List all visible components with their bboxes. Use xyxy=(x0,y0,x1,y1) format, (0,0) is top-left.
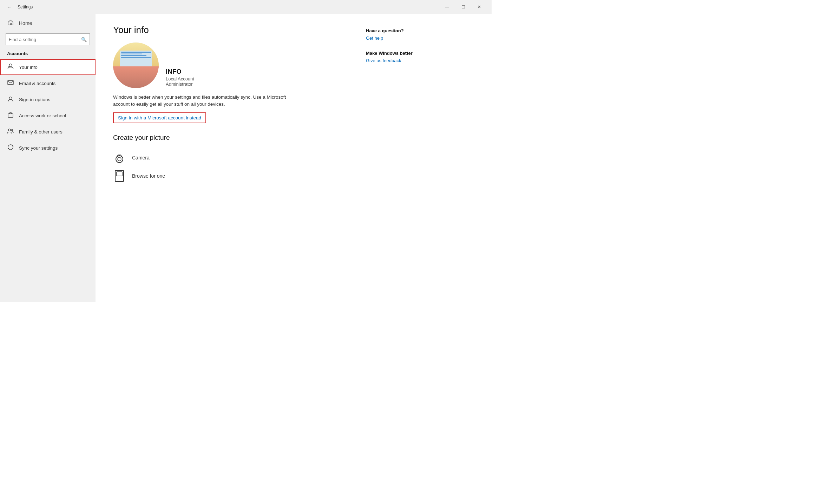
sidebar-item-sign-in-options[interactable]: Sign-in options xyxy=(0,91,96,107)
signin-icon xyxy=(7,95,14,104)
sidebar-item-family-other-users[interactable]: Family & other users xyxy=(0,124,96,140)
home-label: Home xyxy=(19,20,32,26)
sidebar: Home 🔍 Accounts Your info xyxy=(0,14,96,302)
email-icon xyxy=(7,79,14,87)
sync-icon xyxy=(7,144,14,152)
sidebar-home-button[interactable]: Home xyxy=(0,14,96,32)
create-picture-title: Create your picture xyxy=(113,134,352,142)
main-layout: Home 🔍 Accounts Your info xyxy=(0,14,492,302)
camera-option[interactable]: Camera xyxy=(113,149,352,167)
user-info: INFO Local Account Administrator xyxy=(166,68,194,88)
sign-in-microsoft-link[interactable]: Sign in with a Microsoft account instead xyxy=(113,112,206,123)
avatar xyxy=(113,42,159,88)
browse-label: Browse for one xyxy=(132,173,165,179)
browse-option[interactable]: Browse for one xyxy=(113,167,352,185)
page-title: Your info xyxy=(113,25,352,35)
sidebar-item-label: Email & accounts xyxy=(19,81,55,86)
avatar-area: INFO Local Account Administrator xyxy=(113,42,352,88)
window-controls: — ☐ ✕ xyxy=(439,0,487,14)
help-improve-section: Make Windows better Give us feedback xyxy=(366,51,450,63)
svg-point-5 xyxy=(8,129,11,131)
content-area: Your info INFO Local Account Adm xyxy=(96,14,492,302)
user-account-type: Local Account xyxy=(166,76,194,81)
sidebar-item-email-accounts[interactable]: Email & accounts xyxy=(0,75,96,91)
sidebar-item-label: Sign-in options xyxy=(19,97,50,102)
sidebar-item-label: Your info xyxy=(19,65,38,70)
svg-point-3 xyxy=(9,97,12,100)
avatar-bar-3 xyxy=(121,55,146,56)
help-question-heading: Have a question? xyxy=(366,28,450,33)
avatar-bottom xyxy=(113,66,159,88)
briefcase-icon xyxy=(7,111,14,120)
sidebar-item-label: Access work or school xyxy=(19,113,66,118)
titlebar: ← Settings — ☐ ✕ xyxy=(0,0,492,14)
sidebar-item-label: Sync your settings xyxy=(19,145,58,151)
sidebar-item-access-work-school[interactable]: Access work or school xyxy=(0,107,96,124)
content-sidebar: Have a question? Get help Make Windows b… xyxy=(366,25,450,292)
camera-icon xyxy=(113,151,126,164)
close-button[interactable]: ✕ xyxy=(471,0,487,14)
titlebar-title: Settings xyxy=(18,5,439,9)
search-input[interactable] xyxy=(9,37,81,42)
make-windows-better-heading: Make Windows better xyxy=(366,51,450,56)
content-main: Your info INFO Local Account Adm xyxy=(113,25,352,292)
svg-point-8 xyxy=(118,157,121,161)
svg-rect-12 xyxy=(117,172,122,176)
search-box: 🔍 xyxy=(6,33,90,45)
svg-point-7 xyxy=(116,156,123,163)
sidebar-item-sync-settings[interactable]: Sync your settings xyxy=(0,140,96,156)
sidebar-item-label: Family & other users xyxy=(19,129,63,135)
avatar-bar-2 xyxy=(121,53,142,54)
get-help-link[interactable]: Get help xyxy=(366,35,450,41)
user-role: Administrator xyxy=(166,81,194,87)
give-feedback-link[interactable]: Give us feedback xyxy=(366,58,450,63)
accounts-section-title: Accounts xyxy=(0,50,96,59)
svg-point-6 xyxy=(11,129,13,131)
your-info-icon xyxy=(7,63,14,71)
browse-icon xyxy=(113,170,126,182)
camera-label: Camera xyxy=(132,155,150,161)
svg-rect-4 xyxy=(8,114,13,117)
back-button[interactable]: ← xyxy=(4,2,14,12)
svg-rect-2 xyxy=(8,80,13,85)
search-icon: 🔍 xyxy=(81,37,87,42)
home-icon xyxy=(7,19,14,27)
family-icon xyxy=(7,127,14,136)
avatar-bar-4 xyxy=(121,57,151,58)
minimize-button[interactable]: — xyxy=(439,0,455,14)
help-question-section: Have a question? Get help xyxy=(366,28,450,41)
maximize-button[interactable]: ☐ xyxy=(455,0,471,14)
avatar-bar-1 xyxy=(121,52,151,53)
sidebar-item-your-info[interactable]: Your info xyxy=(0,59,96,75)
sync-description: Windows is better when your settings and… xyxy=(113,94,296,108)
user-name: INFO xyxy=(166,68,194,76)
